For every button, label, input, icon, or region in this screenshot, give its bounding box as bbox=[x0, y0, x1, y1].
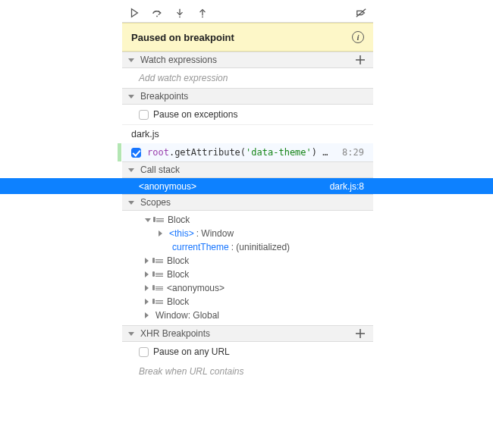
chevron-right-icon bbox=[145, 285, 149, 291]
breakpoint-entry[interactable]: root.getAttribute('data-theme') … 8:29 bbox=[122, 143, 373, 161]
section-title: XHR Breakpoints bbox=[140, 328, 210, 339]
plus-icon[interactable] bbox=[355, 328, 366, 339]
debugger-panel: Paused on breakpoint i Watch expressions… bbox=[122, 3, 373, 381]
watch-placeholder[interactable]: Add watch expression bbox=[122, 68, 373, 88]
scope-window[interactable]: Window: Global bbox=[122, 309, 373, 322]
chevron-right-icon bbox=[159, 230, 162, 237]
plus-icon[interactable] bbox=[355, 55, 366, 65]
stack-frame-name: <anonymous> bbox=[139, 181, 196, 192]
paused-banner: Paused on breakpoint i bbox=[122, 23, 373, 52]
section-header-watch[interactable]: Watch expressions bbox=[122, 52, 373, 68]
chevron-down-icon bbox=[128, 332, 134, 336]
chevron-right-icon bbox=[145, 258, 149, 264]
section-header-xhr[interactable]: XHR Breakpoints bbox=[122, 325, 373, 342]
chevron-right-icon bbox=[145, 312, 149, 318]
block-icon bbox=[155, 259, 163, 263]
checkbox-checked[interactable] bbox=[131, 148, 141, 158]
info-icon[interactable]: i bbox=[352, 31, 364, 43]
step-over-icon[interactable] bbox=[151, 7, 163, 19]
scope-this[interactable]: <this> : Window bbox=[122, 227, 373, 240]
scope-block[interactable]: Block bbox=[122, 254, 373, 268]
chevron-down-icon bbox=[128, 168, 134, 172]
breakpoint-position: 8:29 bbox=[342, 147, 364, 158]
section-title: Call stack bbox=[140, 164, 180, 175]
chevron-down-icon bbox=[145, 218, 151, 222]
section-header-callstack[interactable]: Call stack bbox=[122, 161, 373, 178]
step-out-icon[interactable] bbox=[196, 7, 209, 19]
paused-text: Paused on breakpoint bbox=[131, 32, 234, 43]
svg-point-0 bbox=[156, 15, 158, 17]
step-into-icon[interactable] bbox=[174, 7, 186, 19]
scope-anonymous[interactable]: <anonymous> bbox=[122, 281, 373, 295]
pause-any-url-label: Pause on any URL bbox=[153, 346, 230, 357]
pause-on-exceptions-row[interactable]: Pause on exceptions bbox=[122, 105, 373, 124]
block-icon bbox=[155, 300, 163, 304]
breakpoint-marker bbox=[118, 143, 121, 161]
svg-point-1 bbox=[179, 16, 181, 17]
svg-point-2 bbox=[202, 16, 203, 17]
scope-tree: Block <this> : Window currentTheme : (un… bbox=[122, 211, 373, 325]
block-icon bbox=[156, 218, 164, 222]
section-title: Scopes bbox=[140, 197, 171, 208]
section-header-scopes[interactable]: Scopes bbox=[122, 194, 373, 211]
scope-block[interactable]: Block bbox=[122, 268, 373, 281]
scope-block[interactable]: Block bbox=[122, 295, 373, 309]
breakpoint-code: root.getAttribute('data-theme') … bbox=[147, 147, 336, 158]
xhr-placeholder[interactable]: Break when URL contains bbox=[122, 362, 373, 381]
chevron-right-icon bbox=[145, 299, 149, 305]
block-icon bbox=[155, 273, 163, 277]
checkbox-unchecked[interactable] bbox=[139, 347, 149, 357]
checkbox-unchecked[interactable] bbox=[139, 110, 149, 120]
breakpoint-file[interactable]: dark.js bbox=[122, 124, 373, 143]
debug-toolbar bbox=[122, 3, 373, 23]
scope-variable[interactable]: currentTheme : (uninitialized) bbox=[122, 240, 373, 254]
chevron-down-icon bbox=[128, 58, 134, 62]
stack-frame-selected[interactable]: <anonymous> dark.js:8 bbox=[122, 178, 373, 194]
scope-block-expanded[interactable]: Block bbox=[122, 213, 373, 227]
chevron-right-icon bbox=[145, 271, 149, 277]
section-header-breakpoints[interactable]: Breakpoints bbox=[122, 88, 373, 105]
section-title: Watch expressions bbox=[140, 55, 217, 65]
block-icon bbox=[155, 287, 163, 290]
pause-on-exceptions-label: Pause on exceptions bbox=[153, 109, 237, 120]
chevron-down-icon bbox=[128, 95, 134, 99]
chevron-down-icon bbox=[128, 201, 134, 205]
resume-icon[interactable] bbox=[128, 7, 140, 19]
section-title: Breakpoints bbox=[140, 91, 188, 102]
pause-any-url-row[interactable]: Pause on any URL bbox=[122, 342, 373, 362]
stack-frame-location: dark.js:8 bbox=[330, 181, 364, 192]
deactivate-breakpoints-icon[interactable] bbox=[355, 7, 367, 19]
